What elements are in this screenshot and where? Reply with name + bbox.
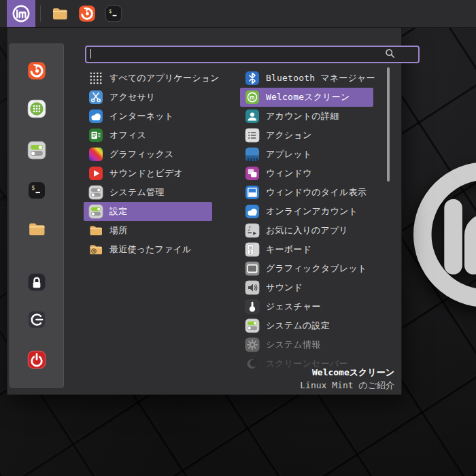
application-item-4[interactable]: アプレット xyxy=(240,145,373,164)
selected-app-subtitle: Linux Mint のご紹介 xyxy=(300,379,394,392)
application-label: システム情報 xyxy=(266,339,320,351)
windows-icon xyxy=(245,166,260,181)
text-caret xyxy=(90,49,91,58)
category-label: オフィス xyxy=(109,129,146,141)
category-item-5[interactable]: サウンドとビデオ xyxy=(84,164,212,183)
application-label: Welcomeスクリーン xyxy=(266,91,350,103)
application-item-11[interactable]: サウンド xyxy=(240,278,373,297)
application-label: オンラインアカウント xyxy=(266,205,358,218)
application-label: ジェスチャー xyxy=(266,301,321,313)
application-item-5[interactable]: ウィンドウ xyxy=(240,164,373,183)
desktop: $ $ すべてのアプリケーションアクセサリインターネットオフィスグラフィックスサ… xyxy=(0,0,476,476)
favorite-software-manager-button[interactable] xyxy=(27,99,46,118)
application-item-6[interactable]: ウィンドウのタイル表示 xyxy=(240,183,373,202)
application-label: キーボード xyxy=(266,243,311,256)
toggles-green-icon xyxy=(88,204,103,219)
category-label: 最近使ったファイル xyxy=(109,243,192,256)
mint-logo-icon xyxy=(11,3,31,24)
application-item-0[interactable]: Bluetooth マネージャー xyxy=(240,69,373,88)
category-item-2[interactable]: インターネット xyxy=(84,107,212,126)
folder-icon xyxy=(88,223,103,238)
category-label: サウンドとビデオ xyxy=(109,167,183,180)
mint-badge-icon xyxy=(245,90,260,105)
svg-text:2: 2 xyxy=(249,250,252,254)
scrollbar-thumb[interactable] xyxy=(387,67,390,182)
category-item-1[interactable]: アクセサリ xyxy=(84,88,212,107)
category-label: 場所 xyxy=(109,224,127,237)
svg-text:$: $ xyxy=(31,184,35,191)
favorite-terminal-button[interactable]: $ xyxy=(27,181,46,200)
application-item-9[interactable]: @2キーボード xyxy=(240,240,373,259)
category-label: グラフィックス xyxy=(109,148,174,160)
application-label: システムの設定 xyxy=(266,320,330,332)
session-lock-screen-button[interactable] xyxy=(27,273,46,292)
application-item-1[interactable]: Welcomeスクリーン xyxy=(240,88,373,107)
speaker-icon xyxy=(245,280,260,295)
user-icon xyxy=(245,109,260,124)
category-item-8[interactable]: 場所 xyxy=(84,221,212,240)
application-label: アクション xyxy=(266,129,312,141)
application-item-14[interactable]: システム情報 xyxy=(240,335,373,354)
application-item-7[interactable]: オンラインアカウント xyxy=(240,202,373,221)
search-input[interactable] xyxy=(85,46,420,63)
scissors-icon xyxy=(88,90,103,105)
category-item-0[interactable]: すべてのアプリケーション xyxy=(84,69,212,88)
application-label: グラフィックタブレット xyxy=(266,262,367,275)
firefox-icon xyxy=(27,61,46,80)
favorite-firefox-button[interactable] xyxy=(27,61,46,80)
category-label: 設定 xyxy=(109,205,127,218)
application-item-12[interactable]: ジェスチャー xyxy=(240,297,373,316)
panel-separator xyxy=(40,5,41,22)
svg-text:$: $ xyxy=(109,8,112,14)
category-label: すべてのアプリケーション xyxy=(109,72,220,84)
search-icon xyxy=(385,48,395,58)
category-item-3[interactable]: オフィス xyxy=(84,126,212,145)
panel-launcher-firefox[interactable] xyxy=(78,5,96,22)
toggles-gray-icon xyxy=(88,185,103,200)
toggles-green-icon xyxy=(245,318,260,333)
category-item-9[interactable]: 最近使ったファイル xyxy=(84,240,212,259)
window-tiling-icon xyxy=(245,185,260,200)
lock-icon xyxy=(27,273,46,292)
panel-launcher-terminal[interactable]: $ xyxy=(105,5,122,22)
application-label: お気に入りのアプリ xyxy=(266,224,348,237)
session-logout-button[interactable] xyxy=(27,310,46,329)
main-menu: $ すべてのアプリケーションアクセサリインターネットオフィスグラフィックスサウン… xyxy=(7,27,402,395)
folder-icon xyxy=(27,220,46,239)
bluetooth-icon xyxy=(245,71,260,86)
application-item-8[interactable]: ♪お気に入りのアプリ xyxy=(240,221,373,240)
category-label: インターネット xyxy=(109,110,173,122)
session-shutdown-button[interactable] xyxy=(27,350,46,369)
favorites-sidebar: $ xyxy=(10,44,64,388)
folder-icon xyxy=(51,5,69,22)
category-item-7[interactable]: 設定 xyxy=(84,202,212,221)
application-item-13[interactable]: システムの設定 xyxy=(240,316,373,335)
selected-app-title: Welcomeスクリーン xyxy=(300,366,394,379)
rainbow-icon xyxy=(88,147,103,162)
shutdown-icon xyxy=(27,350,46,369)
svg-text:♪: ♪ xyxy=(248,225,252,232)
application-item-3[interactable]: アクション xyxy=(240,126,373,145)
category-item-4[interactable]: グラフィックス xyxy=(84,145,212,164)
favorite-apps-icon: ♪ xyxy=(245,223,260,238)
application-list: Bluetooth マネージャーWelcomeスクリーンアカウントの詳細アクショ… xyxy=(240,69,373,373)
top-panel: $ xyxy=(0,0,476,28)
cloud-icon xyxy=(245,204,260,219)
selected-app-info: Welcomeスクリーン Linux Mint のご紹介 xyxy=(300,366,394,392)
panel-launcher-files[interactable] xyxy=(51,5,69,22)
terminal-icon: $ xyxy=(105,5,122,22)
menu-button[interactable] xyxy=(7,0,35,27)
svg-text:@: @ xyxy=(249,245,252,250)
gear-icon xyxy=(245,337,260,352)
category-item-6[interactable]: システム管理 xyxy=(84,183,212,202)
application-item-10[interactable]: グラフィックタブレット xyxy=(240,259,373,278)
application-label: アプレット xyxy=(266,148,312,160)
favorite-system-settings-button[interactable] xyxy=(27,141,46,160)
moon-icon xyxy=(245,356,260,371)
applet-icon xyxy=(245,147,260,162)
application-label: ウィンドウ xyxy=(266,167,312,180)
application-label: サウンド xyxy=(266,282,303,294)
application-item-2[interactable]: アカウントの詳細 xyxy=(240,107,373,126)
list-icon xyxy=(245,128,260,143)
favorite-files-button[interactable] xyxy=(27,220,46,239)
